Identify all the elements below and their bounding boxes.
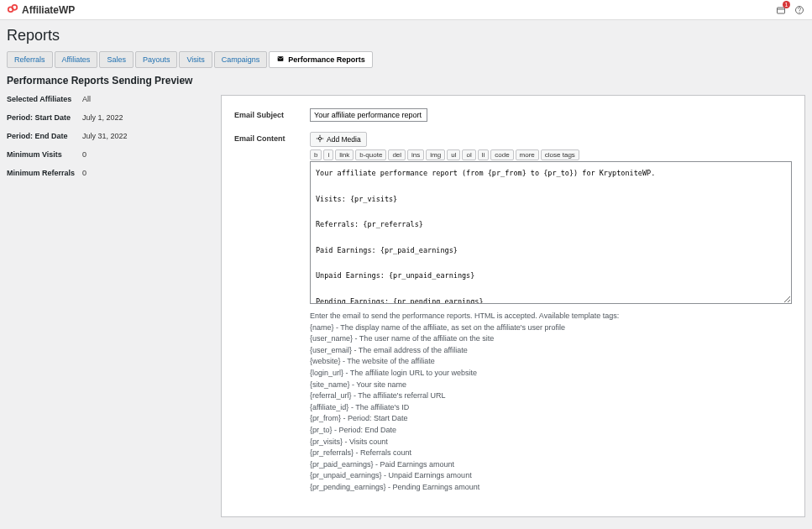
editor-btn-li[interactable]: li bbox=[478, 149, 490, 160]
editor-btn-b[interactable]: b bbox=[310, 149, 322, 160]
report-tabs: ReferralsAffiliatesSalesPayoutsVisitsCam… bbox=[7, 51, 805, 68]
template-tag: {website} - The website of the affiliate bbox=[310, 356, 792, 367]
info-label: Selected Affiliates bbox=[7, 95, 82, 103]
template-tag: {referral_url} - The affiliate's referra… bbox=[310, 390, 792, 401]
info-row: Selected AffiliatesAll bbox=[7, 95, 212, 103]
info-row: Minimum Referrals0 bbox=[7, 169, 212, 177]
editor-btn-more[interactable]: more bbox=[516, 149, 539, 160]
info-label: Minimum Visits bbox=[7, 150, 82, 159]
template-tag: {user_email} - The email address of the … bbox=[310, 345, 792, 356]
info-label: Period: End Date bbox=[7, 132, 82, 140]
template-tag: {name} - The display name of the affilia… bbox=[310, 322, 792, 333]
subject-label: Email Subject bbox=[234, 108, 310, 122]
mail-icon bbox=[276, 55, 285, 64]
topbar-actions: 1 bbox=[775, 4, 805, 16]
help-text: Enter the email to send the performance … bbox=[310, 311, 792, 493]
info-value: July 31, 2022 bbox=[82, 132, 128, 140]
editor-btn-img[interactable]: img bbox=[426, 149, 445, 160]
brand-icon bbox=[7, 3, 18, 17]
svg-point-4 bbox=[799, 12, 800, 13]
tab-referrals[interactable]: Referrals bbox=[7, 51, 53, 68]
editor-btn-ins[interactable]: ins bbox=[407, 149, 424, 160]
tab-campaigns[interactable]: Campaigns bbox=[214, 51, 268, 68]
brand-name: AffiliateWP bbox=[22, 4, 75, 16]
info-row: Period: Start DateJuly 1, 2022 bbox=[7, 113, 212, 122]
svg-rect-2 bbox=[778, 8, 785, 13]
page-title: Reports bbox=[7, 27, 805, 45]
template-tag: {affiliate_id} - The affiliate's ID bbox=[310, 402, 792, 413]
brand-logo: AffiliateWP bbox=[7, 3, 75, 17]
top-bar: AffiliateWP 1 bbox=[0, 0, 812, 20]
tab-affiliates[interactable]: Affiliates bbox=[55, 51, 98, 68]
template-tag: {pr_paid_earnings} - Paid Earnings amoun… bbox=[310, 459, 792, 470]
info-value: 0 bbox=[82, 169, 86, 177]
add-media-button[interactable]: Add Media bbox=[310, 132, 367, 147]
info-value: July 1, 2022 bbox=[82, 113, 123, 122]
editor-btn-i[interactable]: i bbox=[323, 149, 333, 160]
template-tag: {pr_from} - Period: Start Date bbox=[310, 413, 792, 424]
form-panel: Email Subject Email Content Add Media bi… bbox=[221, 95, 805, 517]
editor-btn-code[interactable]: code bbox=[490, 149, 513, 160]
editor-btn-ul[interactable]: ul bbox=[447, 149, 460, 160]
info-value: 0 bbox=[82, 150, 86, 159]
section-title: Performance Reports Sending Preview bbox=[7, 75, 805, 86]
editor-btn-close-tags[interactable]: close tags bbox=[541, 149, 579, 160]
template-tag: {site_name} - Your site name bbox=[310, 380, 792, 390]
svg-point-6 bbox=[318, 137, 321, 139]
template-tag: {user_name} - The user name of the affil… bbox=[310, 333, 792, 344]
template-tag: {pr_to} - Period: End Date bbox=[310, 425, 792, 436]
email-content-textarea[interactable] bbox=[310, 161, 792, 304]
tab-sales[interactable]: Sales bbox=[99, 51, 134, 68]
template-tag: {pr_referrals} - Referrals count bbox=[310, 448, 792, 458]
template-tag: {pr_unpaid_earnings} - Unpaid Earnings a… bbox=[310, 470, 792, 481]
template-tag: {pr_visits} - Visits count bbox=[310, 437, 792, 448]
editor-toolbar: bilinkb-quotedelinsimgulollicodemoreclos… bbox=[310, 149, 792, 160]
editor-btn-b-quote[interactable]: b-quote bbox=[355, 149, 386, 160]
template-tag: {login_url} - The affiliate login URL to… bbox=[310, 368, 792, 379]
tab-performance-reports[interactable]: Performance Reports bbox=[269, 51, 373, 68]
info-label: Period: Start Date bbox=[7, 113, 82, 122]
email-subject-input[interactable] bbox=[310, 108, 427, 122]
info-row: Period: End DateJuly 31, 2022 bbox=[7, 132, 212, 140]
svg-point-1 bbox=[12, 5, 17, 10]
info-value: All bbox=[82, 95, 91, 103]
info-label: Minimum Referrals bbox=[7, 169, 82, 177]
tab-visits[interactable]: Visits bbox=[179, 51, 212, 68]
info-row: Minimum Visits0 bbox=[7, 150, 212, 159]
notif-badge: 1 bbox=[783, 1, 790, 8]
help-intro: Enter the email to send the performance … bbox=[310, 311, 792, 322]
summary-sidebar: Selected AffiliatesAllPeriod: Start Date… bbox=[7, 95, 212, 517]
media-icon bbox=[316, 134, 324, 144]
tab-payouts[interactable]: Payouts bbox=[135, 51, 178, 68]
editor-btn-link[interactable]: link bbox=[335, 149, 354, 160]
editor-btn-del[interactable]: del bbox=[388, 149, 406, 160]
editor-btn-ol[interactable]: ol bbox=[462, 149, 475, 160]
template-tag: {pr_pending_earnings} - Pending Earnings… bbox=[310, 482, 792, 493]
help-icon[interactable] bbox=[794, 4, 805, 16]
content-label: Email Content bbox=[234, 132, 310, 494]
inbox-icon[interactable]: 1 bbox=[775, 4, 787, 16]
